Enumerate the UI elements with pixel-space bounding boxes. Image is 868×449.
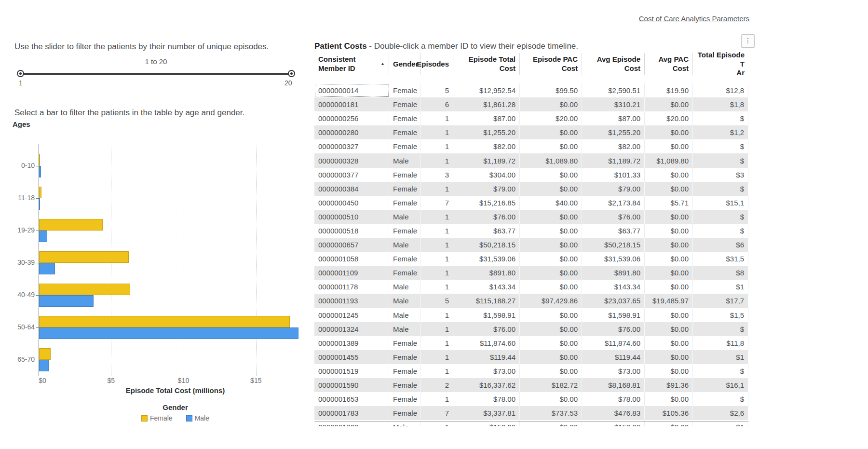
table-cell[interactable]: $ [693,364,748,378]
table-cell[interactable]: $0.00 [520,139,582,153]
member-id-cell[interactable]: 0000000384 [314,182,389,196]
table-cell[interactable]: $0.00 [520,182,582,196]
table-cell[interactable]: Female [389,111,420,125]
table-cell[interactable]: $0.00 [520,97,582,111]
bar-50-64-female[interactable] [39,316,290,327]
table-cell[interactable]: $1,255.20 [582,125,645,139]
member-id-cell[interactable]: 0000001783 [314,406,389,420]
table-cell[interactable]: $115,188.27 [453,294,520,308]
table-row[interactable]: 0000001109Female1$891.80$0.00$891.80$0.0… [314,266,748,280]
table-cell[interactable]: Female [389,168,420,182]
table-cell[interactable]: $3,337.81 [453,406,520,420]
table-row[interactable]: 0000001178Male1$143.34$0.00$143.34$0.00$… [314,280,748,294]
bar-0-10-female[interactable] [39,154,40,166]
table-cell[interactable]: $99.50 [520,83,582,97]
member-id-cell[interactable]: 0000001389 [314,336,389,350]
table-cell[interactable]: $ [693,111,748,125]
table-cell[interactable]: $16,337.62 [453,378,520,392]
table-cell[interactable]: $0.00 [520,392,582,406]
column-header-episode-pac-cost[interactable]: Episode PAC Cost [520,53,582,75]
table-row[interactable]: 0000000328Male1$1,189.72$1,089.80$1,189.… [314,153,748,167]
table-cell[interactable]: 1 [420,308,453,322]
bar-30-39-male[interactable] [39,263,55,274]
table-cell[interactable]: Female [389,224,420,238]
table-cell[interactable]: Male [389,210,420,224]
table-cell[interactable]: $0.00 [645,350,693,364]
table-cell[interactable]: $0.00 [645,224,693,238]
table-cell[interactable]: $ [693,153,748,167]
table-cell[interactable]: $0.00 [645,125,693,139]
table-cell[interactable]: $1 [693,280,748,294]
table-cell[interactable]: $119.44 [453,350,520,364]
table-cell[interactable]: 3 [420,168,453,182]
table-cell[interactable]: Male [389,322,420,336]
table-cell[interactable]: $2,173.84 [582,196,645,210]
table-cell[interactable]: $0.00 [520,125,582,139]
table-cell[interactable]: $1,255.20 [453,125,520,139]
member-id-cell[interactable]: 0000000256 [314,111,389,125]
table-cell[interactable]: $0.00 [645,210,693,224]
table-cell[interactable]: $0.00 [645,280,693,294]
table-cell[interactable]: $0.00 [520,336,582,350]
bar-19-29-female[interactable] [39,219,103,231]
table-cell[interactable]: $0.00 [520,350,582,364]
table-row[interactable]: 0000000450Female7$15,216.85$40.00$2,173.… [314,196,748,210]
table-cell[interactable]: $82.00 [453,139,520,153]
table-cell[interactable]: $1,598.91 [453,308,520,322]
table-cell[interactable]: $31,5 [693,252,748,266]
table-cell[interactable]: $12,952.54 [453,83,520,97]
table-row[interactable]: 0000000384Female1$79.00$0.00$79.00$0.00$ [314,182,748,196]
table-cell[interactable]: $82.00 [582,139,645,153]
table-cell[interactable]: $310.21 [582,97,645,111]
member-id-cell[interactable]: 0000001193 [314,294,389,308]
table-cell[interactable]: $79.00 [582,182,645,196]
table-cell[interactable]: $8 [693,266,748,280]
table-cell[interactable]: $0.00 [520,308,582,322]
table-cell[interactable]: $105.36 [645,406,693,420]
table-cell[interactable]: 1 [420,125,453,139]
table-cell[interactable]: $1,8 [693,97,748,111]
table-options-menu-button[interactable]: ⋮ [741,34,755,48]
table-row[interactable]: 0000000510Male1$76.00$0.00$76.00$0.00$ [314,210,748,224]
table-cell[interactable]: $0.00 [645,182,693,196]
table-cell[interactable]: $76.00 [453,322,520,336]
table-cell[interactable]: Female [389,182,420,196]
table-cell[interactable]: $79.00 [453,182,520,196]
member-id-cell[interactable]: 0000000014 [314,83,389,97]
table-cell[interactable]: Male [389,153,420,167]
table-cell[interactable]: $737.53 [520,406,582,420]
table-cell[interactable]: $78.00 [453,392,520,406]
table-cell[interactable]: $891.80 [582,266,645,280]
table-row[interactable]: 0000000014Female5$12,952.54$99.50$2,590.… [314,83,748,97]
table-cell[interactable]: 1 [420,280,453,294]
table-cell[interactable]: 5 [420,83,453,97]
table-row[interactable]: 0000001058Female1$31,539.06$0.00$31,539.… [314,252,748,266]
table-cell[interactable]: $0.00 [520,266,582,280]
table-cell[interactable]: $63.77 [582,224,645,238]
table-cell[interactable]: $0.00 [645,308,693,322]
table-cell[interactable]: 1 [420,238,453,252]
table-cell[interactable]: Female [389,83,420,97]
table-cell[interactable]: $1,089.80 [520,153,582,167]
table-row[interactable]: 0000001519Female1$73.00$0.00$73.00$0.00$ [314,364,748,378]
member-id-cell[interactable]: 0000000657 [314,238,389,252]
table-cell[interactable]: 1 [420,210,453,224]
table-cell[interactable]: $1,861.28 [453,97,520,111]
bar-0-10-male[interactable] [39,166,41,177]
table-cell[interactable]: $1 [693,350,748,364]
table-cell[interactable]: 1 [420,252,453,266]
table-cell[interactable]: $1,189.72 [582,153,645,167]
table-cell[interactable]: $11,874.60 [582,336,645,350]
table-cell[interactable]: $17,7 [693,294,748,308]
table-cell[interactable]: $3 [693,168,748,182]
table-cell[interactable]: $0.00 [520,280,582,294]
table-cell[interactable]: $31,539.06 [453,252,520,266]
table-cell[interactable]: Female [389,378,420,392]
member-id-cell[interactable]: 0000001590 [314,378,389,392]
table-cell[interactable]: $6 [693,238,748,252]
column-header-episodes[interactable]: Episodes [420,53,453,75]
member-id-cell[interactable]: 0000001178 [314,280,389,294]
table-row[interactable]: 0000001245Male1$1,598.91$0.00$1,598.91$0… [314,308,748,322]
table-cell[interactable]: $15,216.85 [453,196,520,210]
table-cell[interactable]: 1 [420,224,453,238]
